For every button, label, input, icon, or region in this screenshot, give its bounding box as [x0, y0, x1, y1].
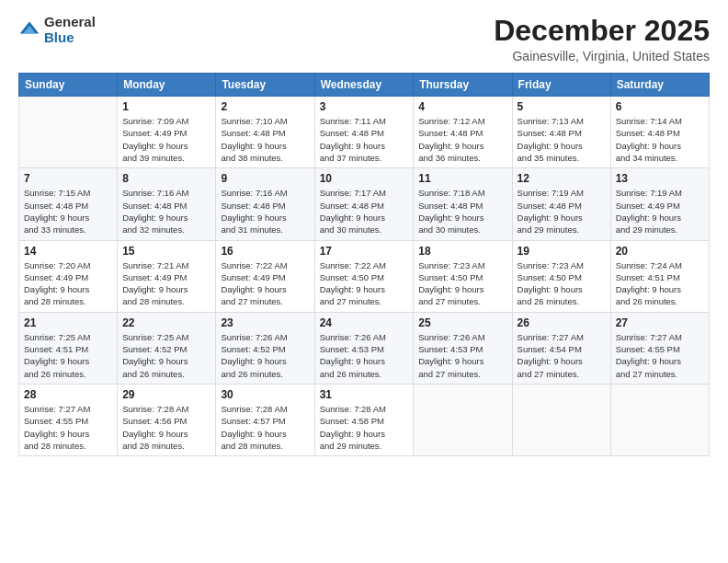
day-info: Sunrise: 7:21 AMSunset: 4:49 PMDaylight:…: [122, 259, 210, 308]
day-number: 27: [616, 316, 704, 329]
calendar-cell: 23Sunrise: 7:26 AMSunset: 4:52 PMDayligh…: [216, 312, 314, 384]
day-number: 21: [24, 316, 112, 329]
day-number: 25: [418, 316, 506, 329]
day-number: 22: [122, 316, 210, 329]
header-cell-saturday: Saturday: [610, 74, 709, 97]
day-number: 30: [221, 388, 309, 401]
calendar-cell: 29Sunrise: 7:28 AMSunset: 4:56 PMDayligh…: [118, 384, 216, 455]
day-info: Sunrise: 7:17 AMSunset: 4:48 PMDaylight:…: [320, 187, 409, 236]
day-number: 6: [616, 100, 704, 113]
day-info: Sunrise: 7:14 AMSunset: 4:48 PMDaylight:…: [616, 115, 704, 164]
day-info: Sunrise: 7:23 AMSunset: 4:50 PMDaylight:…: [418, 259, 506, 308]
calendar-cell: 28Sunrise: 7:27 AMSunset: 4:55 PMDayligh…: [19, 384, 118, 455]
calendar-cell: 10Sunrise: 7:17 AMSunset: 4:48 PMDayligh…: [314, 168, 414, 240]
logo-general: General: [44, 15, 96, 30]
day-number: 15: [122, 245, 210, 258]
page: General Blue December 2025 Gainesville, …: [0, 0, 728, 563]
logo: General Blue: [18, 15, 96, 45]
day-info: Sunrise: 7:13 AMSunset: 4:48 PMDaylight:…: [518, 115, 606, 164]
week-row-5: 28Sunrise: 7:27 AMSunset: 4:55 PMDayligh…: [19, 384, 710, 455]
day-number: 10: [320, 172, 409, 185]
calendar-cell: [19, 97, 118, 168]
day-info: Sunrise: 7:16 AMSunset: 4:48 PMDaylight:…: [221, 187, 309, 236]
calendar-cell: 12Sunrise: 7:19 AMSunset: 4:48 PMDayligh…: [512, 168, 610, 240]
day-info: Sunrise: 7:19 AMSunset: 4:49 PMDaylight:…: [616, 187, 704, 236]
day-info: Sunrise: 7:22 AMSunset: 4:50 PMDaylight:…: [320, 259, 409, 308]
calendar-cell: 18Sunrise: 7:23 AMSunset: 4:50 PMDayligh…: [414, 240, 512, 312]
day-number: 16: [221, 245, 309, 258]
day-number: 7: [24, 172, 112, 185]
day-number: 26: [518, 316, 606, 329]
day-info: Sunrise: 7:26 AMSunset: 4:53 PMDaylight:…: [418, 331, 506, 380]
day-info: Sunrise: 7:25 AMSunset: 4:52 PMDaylight:…: [122, 331, 210, 380]
logo-blue: Blue: [44, 30, 96, 46]
calendar-cell: 9Sunrise: 7:16 AMSunset: 4:48 PMDaylight…: [216, 168, 314, 240]
calendar-cell: 31Sunrise: 7:28 AMSunset: 4:58 PMDayligh…: [314, 384, 414, 455]
day-number: 12: [518, 172, 606, 185]
day-info: Sunrise: 7:18 AMSunset: 4:48 PMDaylight:…: [418, 187, 506, 236]
day-info: Sunrise: 7:28 AMSunset: 4:58 PMDaylight:…: [320, 403, 409, 452]
day-info: Sunrise: 7:26 AMSunset: 4:52 PMDaylight:…: [221, 331, 309, 380]
logo-icon: [18, 19, 40, 41]
day-number: 18: [418, 245, 506, 258]
header-cell-sunday: Sunday: [19, 74, 118, 97]
main-title: December 2025: [494, 15, 710, 47]
day-number: 13: [616, 172, 704, 185]
day-info: Sunrise: 7:22 AMSunset: 4:49 PMDaylight:…: [221, 259, 309, 308]
calendar-cell: 21Sunrise: 7:25 AMSunset: 4:51 PMDayligh…: [19, 312, 118, 384]
calendar-cell: 27Sunrise: 7:27 AMSunset: 4:55 PMDayligh…: [610, 312, 709, 384]
day-info: Sunrise: 7:23 AMSunset: 4:50 PMDaylight:…: [518, 259, 606, 308]
week-row-2: 7Sunrise: 7:15 AMSunset: 4:48 PMDaylight…: [19, 168, 710, 240]
day-info: Sunrise: 7:10 AMSunset: 4:48 PMDaylight:…: [221, 115, 309, 164]
day-number: 24: [320, 316, 409, 329]
header-cell-thursday: Thursday: [414, 74, 512, 97]
calendar-cell: 2Sunrise: 7:10 AMSunset: 4:48 PMDaylight…: [216, 97, 314, 168]
header-cell-monday: Monday: [118, 74, 216, 97]
calendar-cell: [512, 384, 610, 455]
day-number: 29: [122, 388, 210, 401]
calendar-cell: [610, 384, 709, 455]
calendar-cell: 11Sunrise: 7:18 AMSunset: 4:48 PMDayligh…: [414, 168, 512, 240]
calendar-cell: 22Sunrise: 7:25 AMSunset: 4:52 PMDayligh…: [118, 312, 216, 384]
day-info: Sunrise: 7:27 AMSunset: 4:54 PMDaylight:…: [518, 331, 606, 380]
calendar-body: 1Sunrise: 7:09 AMSunset: 4:49 PMDaylight…: [19, 97, 710, 456]
calendar-table: SundayMondayTuesdayWednesdayThursdayFrid…: [18, 73, 710, 456]
day-info: Sunrise: 7:20 AMSunset: 4:49 PMDaylight:…: [24, 259, 112, 308]
calendar-cell: 19Sunrise: 7:23 AMSunset: 4:50 PMDayligh…: [512, 240, 610, 312]
day-info: Sunrise: 7:26 AMSunset: 4:53 PMDaylight:…: [320, 331, 409, 380]
day-number: 20: [616, 245, 704, 258]
day-number: 17: [320, 245, 409, 258]
day-number: 4: [418, 100, 506, 113]
day-number: 11: [418, 172, 506, 185]
day-info: Sunrise: 7:15 AMSunset: 4:48 PMDaylight:…: [24, 187, 112, 236]
day-info: Sunrise: 7:16 AMSunset: 4:48 PMDaylight:…: [122, 187, 210, 236]
header: General Blue December 2025 Gainesville, …: [18, 15, 710, 63]
calendar-cell: 1Sunrise: 7:09 AMSunset: 4:49 PMDaylight…: [118, 97, 216, 168]
day-number: 5: [518, 100, 606, 113]
day-info: Sunrise: 7:28 AMSunset: 4:57 PMDaylight:…: [221, 403, 309, 452]
header-cell-friday: Friday: [512, 74, 610, 97]
calendar-cell: 20Sunrise: 7:24 AMSunset: 4:51 PMDayligh…: [610, 240, 709, 312]
day-number: 1: [122, 100, 210, 113]
week-row-1: 1Sunrise: 7:09 AMSunset: 4:49 PMDaylight…: [19, 97, 710, 168]
calendar-cell: 25Sunrise: 7:26 AMSunset: 4:53 PMDayligh…: [414, 312, 512, 384]
day-info: Sunrise: 7:12 AMSunset: 4:48 PMDaylight:…: [418, 115, 506, 164]
week-row-4: 21Sunrise: 7:25 AMSunset: 4:51 PMDayligh…: [19, 312, 710, 384]
subtitle: Gainesville, Virginia, United States: [494, 49, 710, 63]
calendar-cell: 8Sunrise: 7:16 AMSunset: 4:48 PMDaylight…: [118, 168, 216, 240]
calendar-cell: [414, 384, 512, 455]
day-info: Sunrise: 7:27 AMSunset: 4:55 PMDaylight:…: [616, 331, 704, 380]
calendar-cell: 15Sunrise: 7:21 AMSunset: 4:49 PMDayligh…: [118, 240, 216, 312]
header-cell-wednesday: Wednesday: [314, 74, 414, 97]
header-row: SundayMondayTuesdayWednesdayThursdayFrid…: [19, 74, 710, 97]
day-number: 2: [221, 100, 309, 113]
day-number: 14: [24, 245, 112, 258]
calendar-cell: 24Sunrise: 7:26 AMSunset: 4:53 PMDayligh…: [314, 312, 414, 384]
calendar-cell: 26Sunrise: 7:27 AMSunset: 4:54 PMDayligh…: [512, 312, 610, 384]
logo-text: General Blue: [44, 15, 96, 45]
day-info: Sunrise: 7:28 AMSunset: 4:56 PMDaylight:…: [122, 403, 210, 452]
day-info: Sunrise: 7:27 AMSunset: 4:55 PMDaylight:…: [24, 403, 112, 452]
calendar-header: SundayMondayTuesdayWednesdayThursdayFrid…: [19, 74, 710, 97]
calendar-cell: 5Sunrise: 7:13 AMSunset: 4:48 PMDaylight…: [512, 97, 610, 168]
day-number: 31: [320, 388, 409, 401]
